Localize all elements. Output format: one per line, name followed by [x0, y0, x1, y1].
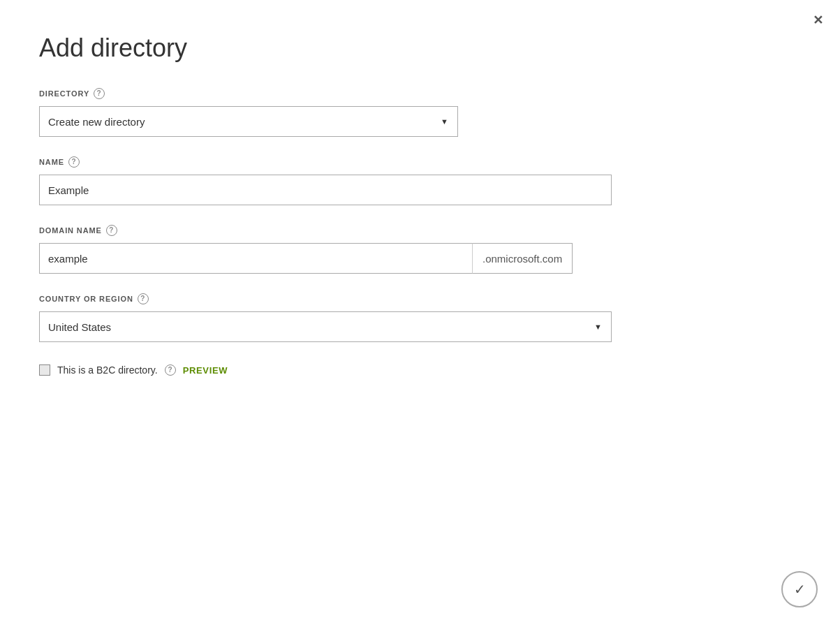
directory-select[interactable]: Create new directory Use existing direct…	[39, 106, 458, 137]
add-directory-dialog: ✕ Add directory DIRECTORY ? Create new d…	[0, 0, 840, 627]
name-field-group: NAME ?	[39, 156, 801, 205]
page-title: Add directory	[39, 34, 801, 63]
preview-badge: PREVIEW	[183, 365, 228, 376]
country-select[interactable]: United States Canada United Kingdom Aust…	[39, 311, 612, 342]
country-label: COUNTRY OR REGION ?	[39, 293, 801, 304]
checkmark-icon: ✓	[794, 582, 806, 596]
domain-name-label: DOMAIN NAME ?	[39, 225, 801, 236]
name-input[interactable]	[39, 175, 612, 205]
b2c-label: This is a B2C directory.	[57, 364, 158, 376]
close-button[interactable]: ✕	[813, 14, 823, 27]
confirm-button[interactable]: ✓	[781, 571, 818, 607]
domain-name-row: .onmicrosoft.com	[39, 243, 801, 274]
b2c-help-icon[interactable]: ?	[165, 364, 176, 376]
country-select-wrapper: United States Canada United Kingdom Aust…	[39, 311, 612, 342]
b2c-row: This is a B2C directory. ? PREVIEW	[39, 364, 801, 376]
domain-input[interactable]	[39, 243, 472, 274]
b2c-checkbox[interactable]	[39, 364, 50, 376]
country-help-icon[interactable]: ?	[138, 293, 149, 304]
name-help-icon[interactable]: ?	[68, 156, 80, 168]
domain-name-help-icon[interactable]: ?	[106, 225, 117, 236]
domain-suffix: .onmicrosoft.com	[472, 243, 573, 274]
directory-label: DIRECTORY ?	[39, 88, 801, 99]
directory-select-wrapper: Create new directory Use existing direct…	[39, 106, 458, 137]
domain-name-field-group: DOMAIN NAME ? .onmicrosoft.com	[39, 225, 801, 274]
name-label: NAME ?	[39, 156, 801, 168]
country-field-group: COUNTRY OR REGION ? United States Canada…	[39, 293, 801, 342]
directory-field-group: DIRECTORY ? Create new directory Use exi…	[39, 88, 801, 137]
directory-help-icon[interactable]: ?	[94, 88, 105, 99]
